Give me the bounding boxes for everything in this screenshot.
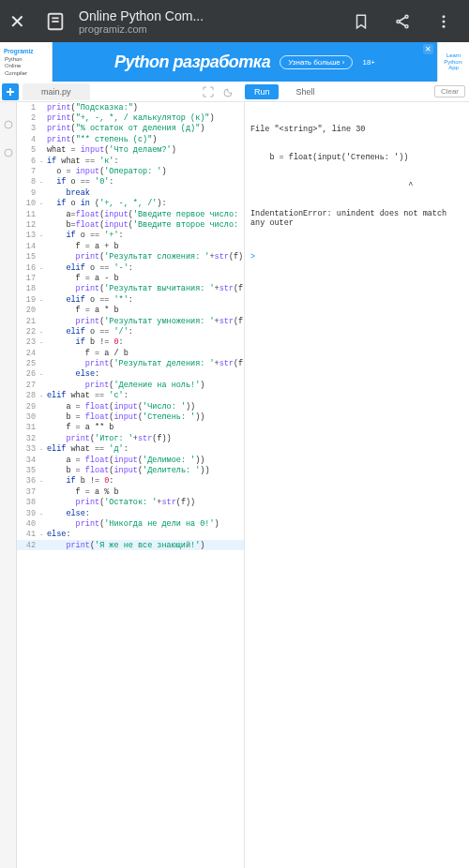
- code-line[interactable]: 1print("Подсказка:"): [17, 102, 244, 112]
- page-title-block: Online Python Com... programiz.com: [79, 8, 353, 35]
- code-content: print('Остаток: '+str(f)): [47, 498, 195, 507]
- code-content: f = a % b: [47, 487, 119, 497]
- fold-marker[interactable]: -: [39, 232, 47, 239]
- code-line[interactable]: 21 print('Результат умножения: '+str(f)): [17, 316, 244, 326]
- fold-marker[interactable]: -: [39, 531, 47, 538]
- logo-block[interactable]: Programiz Python Online Compiler: [0, 42, 53, 82]
- side-ad[interactable]: Learn Python: App: [437, 42, 469, 82]
- share-icon[interactable]: [394, 13, 411, 30]
- fold-marker[interactable]: -: [39, 296, 47, 304]
- shell-prompt: >: [250, 252, 463, 262]
- shell-line: IndentationError: unindent does not matc…: [250, 209, 463, 228]
- code-line[interactable]: 7 o = input('Оператор: '): [17, 166, 244, 176]
- fold-marker[interactable]: -: [39, 328, 47, 336]
- line-number: 12: [17, 220, 39, 230]
- code-line[interactable]: 17 f = a - b: [17, 273, 244, 283]
- shell-panel[interactable]: File "<string>", line 30 b = float(input…: [244, 102, 469, 868]
- fold-marker[interactable]: -: [39, 264, 47, 272]
- code-content: f = a ** b: [47, 423, 113, 432]
- line-number: 19: [17, 295, 39, 305]
- ad-banner[interactable]: ✕ Python разработка Узнать больше› 18+: [53, 42, 437, 82]
- clear-button[interactable]: Clear: [434, 85, 465, 97]
- fold-marker[interactable]: -: [39, 477, 47, 485]
- fold-marker[interactable]: -: [39, 370, 47, 378]
- side-gutter: [0, 102, 17, 868]
- run-button[interactable]: Run: [245, 84, 280, 99]
- fold-marker[interactable]: -: [39, 338, 47, 346]
- ad-age: 18+: [362, 58, 375, 67]
- code-line[interactable]: 41-else:: [17, 530, 244, 540]
- code-content: if o == '+':: [47, 231, 124, 240]
- ad-close-icon[interactable]: ✕: [423, 44, 433, 54]
- tab-favicon: [38, 11, 73, 32]
- code-line[interactable]: 5what = input('Что делаем?'): [17, 145, 244, 156]
- code-line[interactable]: 3print("% остаток от деления (д)"): [17, 124, 244, 134]
- code-line[interactable]: 4print("** степень (с)"): [17, 134, 244, 144]
- code-content: if b != 0:: [47, 337, 124, 347]
- code-line[interactable]: 34 a = float(input('Делимое: ')): [17, 455, 244, 465]
- page-url: programiz.com: [79, 23, 353, 35]
- theme-icon[interactable]: [219, 82, 239, 102]
- code-line[interactable]: 30 b = float(input('Степень: ')): [17, 412, 244, 422]
- fold-marker[interactable]: -: [39, 392, 47, 399]
- settings2-icon[interactable]: [3, 147, 14, 158]
- code-line[interactable]: 31 f = a ** b: [17, 423, 244, 433]
- code-editor[interactable]: 1print("Подсказка:")2print("+, -, *, / к…: [17, 102, 244, 868]
- code-line[interactable]: 12 b=float(input('Введите второе число: …: [17, 219, 244, 230]
- code-content: elif o == '*':: [47, 295, 133, 305]
- code-line[interactable]: 28-elif what == 'с':: [17, 391, 244, 401]
- code-line[interactable]: 42 print('Я же не все знающий!'): [17, 540, 244, 550]
- code-content: print('Никогда не дели на 0!'): [47, 519, 219, 529]
- code-line[interactable]: 14 f = a + b: [17, 241, 244, 251]
- line-number: 11: [17, 210, 39, 219]
- code-line[interactable]: 25 print('Результат деления: '+str(f)): [17, 358, 244, 368]
- code-line[interactable]: 16- elif o == '-':: [17, 262, 244, 273]
- bookmark-icon[interactable]: [353, 13, 370, 30]
- code-line[interactable]: 23- if b != 0:: [17, 337, 244, 348]
- code-line[interactable]: 19- elif o == '*':: [17, 294, 244, 305]
- line-number: 13: [17, 231, 39, 240]
- code-line[interactable]: 22- elif o == '/':: [17, 326, 244, 337]
- svg-point-4: [397, 20, 400, 22]
- side-ad-l2: Python:: [444, 59, 462, 66]
- code-line[interactable]: 15 print('Результат сложения: '+str(f)): [17, 251, 244, 262]
- code-line[interactable]: 27 print('Деление на ноль!'): [17, 380, 244, 390]
- code-line[interactable]: 33-elif what == 'д':: [17, 444, 244, 455]
- code-line[interactable]: 18 print('Результат вычитания: '+str(f)): [17, 284, 244, 294]
- tab-mainpy[interactable]: main.py: [23, 83, 90, 100]
- fold-marker[interactable]: -: [39, 157, 47, 165]
- code-line[interactable]: 2print("+, -, *, / калькулятор (к)"): [17, 112, 244, 123]
- code-line[interactable]: 36- if b != 0:: [17, 476, 244, 486]
- fullscreen-icon[interactable]: [198, 82, 219, 102]
- fold-marker[interactable]: -: [39, 445, 47, 453]
- svg-point-5: [405, 24, 408, 27]
- code-line[interactable]: 20 f = a * b: [17, 305, 244, 315]
- shell-tab[interactable]: Shell: [284, 87, 325, 97]
- fold-marker[interactable]: -: [39, 510, 47, 517]
- menu-icon[interactable]: [435, 13, 452, 30]
- fold-marker[interactable]: -: [39, 178, 47, 186]
- code-line[interactable]: 29 a = float(input('Число: ')): [17, 401, 244, 412]
- code-line[interactable]: 32 print('Итог: '+str(f)): [17, 433, 244, 443]
- code-line[interactable]: 39- else:: [17, 508, 244, 518]
- add-tab-button[interactable]: [2, 83, 19, 100]
- code-line[interactable]: 26- else:: [17, 369, 244, 380]
- code-line[interactable]: 40 print('Никогда не дели на 0!'): [17, 518, 244, 529]
- fold-marker[interactable]: -: [39, 200, 47, 207]
- ad-cta-button[interactable]: Узнать больше›: [280, 55, 353, 69]
- code-line[interactable]: 13- if o == '+':: [17, 231, 244, 241]
- settings-icon[interactable]: [3, 119, 14, 130]
- code-line[interactable]: 9 break: [17, 187, 244, 198]
- code-line[interactable]: 37 f = a % b: [17, 486, 244, 497]
- close-icon[interactable]: ✕: [9, 10, 38, 33]
- line-number: 2: [17, 113, 39, 123]
- svg-line-7: [400, 22, 405, 25]
- code-line[interactable]: 35 b = float(input('Делитель: ')): [17, 465, 244, 475]
- line-number: 22: [17, 327, 39, 337]
- code-line[interactable]: 24 f = a / b: [17, 348, 244, 358]
- code-line[interactable]: 38 print('Остаток: '+str(f)): [17, 497, 244, 507]
- code-line[interactable]: 11 a=float(input('Введите первое число: …: [17, 209, 244, 219]
- code-line[interactable]: 10- if o in ('+, -, *, /'):: [17, 199, 244, 209]
- code-line[interactable]: 6-if what == 'к':: [17, 156, 244, 166]
- code-line[interactable]: 8- if o == '0':: [17, 177, 244, 187]
